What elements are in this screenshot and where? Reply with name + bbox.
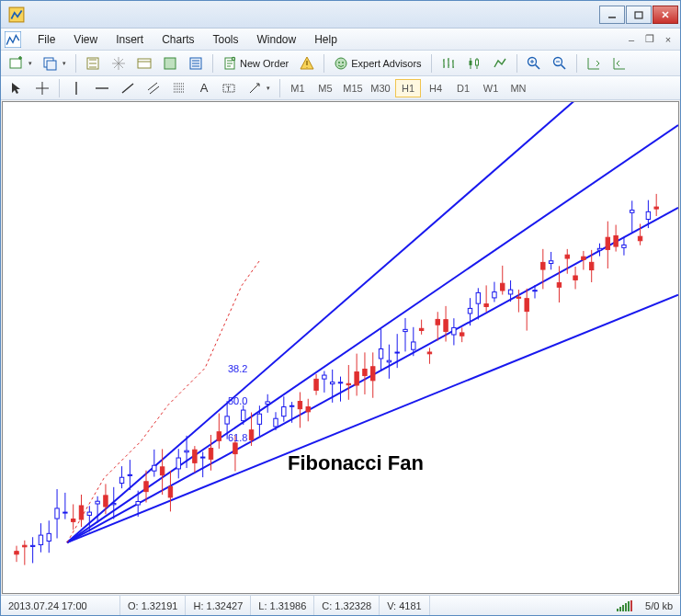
timeframe-h1[interactable]: H1 [395, 79, 421, 97]
arrows-icon [247, 81, 262, 96]
channel-button[interactable] [142, 78, 165, 98]
zoom-out-button[interactable] [548, 53, 572, 74]
timeframe-mn[interactable]: MN [505, 79, 531, 97]
maximize-button[interactable] [626, 6, 652, 24]
timeframe-h4[interactable]: H4 [423, 79, 448, 97]
svg-rect-73 [200, 457, 204, 458]
svg-rect-111 [355, 372, 358, 385]
app-window: File View Insert Charts Tools Window Hel… [0, 0, 681, 616]
svg-rect-113 [363, 369, 367, 375]
menu-view[interactable]: View [64, 30, 107, 49]
svg-rect-159 [549, 261, 552, 264]
svg-rect-49 [104, 496, 108, 507]
svg-line-22 [67, 102, 678, 542]
close-button[interactable] [653, 6, 678, 24]
svg-rect-55 [128, 474, 131, 475]
mdi-restore-button[interactable]: ❐ [641, 32, 658, 47]
svg-rect-35 [47, 533, 51, 541]
svg-rect-51 [112, 503, 116, 504]
timeframe-m1[interactable]: M1 [285, 79, 311, 97]
svg-rect-75 [209, 449, 212, 460]
svg-rect-103 [323, 375, 326, 379]
menu-tools[interactable]: Tools [204, 30, 248, 49]
candle-chart-button[interactable] [462, 53, 486, 74]
auto-scroll-button[interactable] [582, 53, 606, 74]
autotrading-button[interactable] [295, 53, 319, 74]
svg-rect-81 [233, 443, 237, 454]
svg-rect-137 [460, 333, 463, 336]
minimize-button[interactable] [599, 6, 625, 24]
menu-help[interactable]: Help [305, 30, 346, 49]
separator [576, 54, 577, 73]
svg-rect-161 [557, 283, 561, 288]
text-button[interactable]: A [193, 78, 215, 98]
svg-rect-37 [55, 508, 59, 519]
new-order-button[interactable]: New Order [218, 53, 293, 74]
trendline-button[interactable] [116, 78, 140, 98]
menu-file[interactable]: File [28, 30, 64, 49]
status-volume: V: 4181 [380, 596, 430, 615]
auto-scroll-icon [586, 56, 601, 71]
mt4-icon [5, 31, 21, 48]
fib-label-50: 50.0 [228, 395, 247, 406]
timeframe-m15[interactable]: M15 [340, 79, 366, 97]
svg-rect-185 [654, 207, 658, 209]
arrows-button[interactable]: ▾ [243, 78, 275, 98]
svg-rect-173 [606, 237, 609, 249]
status-high: H: 1.32427 [186, 596, 251, 615]
svg-rect-131 [436, 319, 439, 325]
line-chart-button[interactable] [488, 53, 512, 74]
svg-rect-121 [395, 352, 399, 353]
horizontal-line-button[interactable] [90, 78, 114, 98]
order-icon [222, 56, 237, 71]
timeframe-m5[interactable]: M5 [312, 79, 338, 97]
profiles-button[interactable]: ▾ [39, 53, 71, 74]
fibonacci-button[interactable] [167, 78, 191, 98]
text-label-button[interactable]: T [217, 78, 241, 98]
svg-rect-39 [63, 512, 67, 513]
svg-line-25 [67, 295, 678, 542]
profiles-icon [43, 56, 58, 71]
menu-charts[interactable]: Charts [153, 30, 203, 49]
svg-rect-175 [614, 235, 618, 246]
svg-rect-149 [508, 290, 512, 294]
bar-chart-icon [441, 56, 456, 71]
svg-rect-151 [516, 297, 520, 298]
timeframe-m30[interactable]: M30 [368, 79, 393, 97]
svg-rect-59 [144, 482, 148, 492]
chart-area[interactable]: 38.2 50.0 61.8 Fibonacci Fan [2, 101, 679, 594]
menu-insert[interactable]: Insert [107, 30, 153, 49]
timeframe-d1[interactable]: D1 [450, 79, 476, 97]
tester-icon [163, 56, 177, 71]
cursor-button[interactable] [5, 78, 28, 98]
svg-rect-171 [597, 248, 601, 250]
mdi-minimize-button[interactable]: – [623, 32, 640, 47]
tester-button[interactable] [158, 53, 182, 74]
terminal-button[interactable] [132, 53, 156, 74]
mdi-close-button[interactable]: × [660, 32, 676, 47]
menu-window[interactable]: Window [248, 30, 306, 49]
expert-advisors-button[interactable]: Expert Advisors [329, 53, 426, 74]
svg-rect-107 [338, 382, 342, 383]
crosshair-button[interactable] [30, 78, 54, 98]
status-low: L: 1.31986 [251, 596, 314, 615]
vertical-line-button[interactable] [64, 78, 88, 98]
navigator-button[interactable] [107, 53, 131, 74]
svg-rect-141 [476, 292, 480, 303]
timeframe-w1[interactable]: W1 [478, 79, 504, 97]
market-watch-icon [85, 56, 100, 71]
data-window-button[interactable] [184, 53, 208, 74]
candle-chart-icon [467, 56, 482, 71]
svg-rect-153 [525, 299, 528, 312]
statusbar: 2013.07.24 17:00 O: 1.32191 H: 1.32427 L… [1, 595, 680, 615]
new-chart-button[interactable]: ▾ [5, 53, 37, 74]
zoom-in-button[interactable] [522, 53, 546, 74]
app-icon [8, 6, 25, 23]
separator [75, 54, 76, 73]
svg-rect-29 [23, 545, 27, 547]
svg-rect-61 [153, 465, 156, 471]
chart-shift-button[interactable] [607, 53, 631, 74]
chart-annotation: Fibonacci Fan [288, 451, 424, 475]
bar-chart-button[interactable] [437, 53, 460, 74]
market-watch-button[interactable] [81, 53, 105, 74]
